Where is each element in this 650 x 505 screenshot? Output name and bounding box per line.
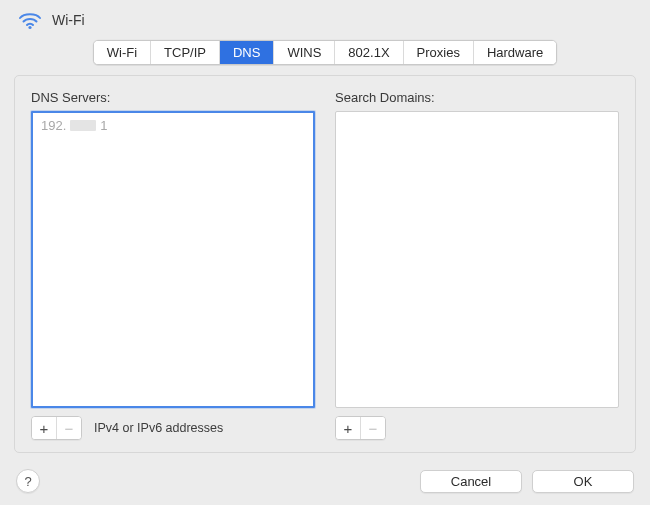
tab-hardware[interactable]: Hardware <box>474 41 556 64</box>
domains-add-remove-group: + − <box>335 416 386 440</box>
svg-point-0 <box>28 26 31 29</box>
dns-servers-column: DNS Servers: 192. 1 + − IPv4 or IPv6 <box>31 90 315 440</box>
cancel-button[interactable]: Cancel <box>420 470 522 493</box>
remove-dns-button[interactable]: − <box>57 417 81 439</box>
dns-servers-controls: + − IPv4 or IPv6 addresses <box>31 416 315 440</box>
remove-domain-button[interactable]: − <box>361 417 385 439</box>
plus-icon: + <box>40 421 49 436</box>
wifi-icon <box>18 10 42 30</box>
dns-hint: IPv4 or IPv6 addresses <box>94 421 223 435</box>
dns-panel: DNS Servers: 192. 1 + − IPv4 or IPv6 <box>14 75 636 453</box>
list-item[interactable]: 192. 1 <box>33 113 313 138</box>
network-dns-window: Wi-Fi Wi-Fi TCP/IP DNS WINS 802.1X Proxi… <box>0 0 650 505</box>
add-domain-button[interactable]: + <box>336 417 361 439</box>
dns-entry-suffix: 1 <box>100 118 107 133</box>
search-domains-label: Search Domains: <box>335 90 619 105</box>
header-title: Wi-Fi <box>52 12 85 28</box>
dns-servers-label: DNS Servers: <box>31 90 315 105</box>
help-icon: ? <box>24 474 31 489</box>
search-domains-controls: + − <box>335 416 619 440</box>
search-domains-column: Search Domains: + − <box>335 90 619 440</box>
help-button[interactable]: ? <box>16 469 40 493</box>
minus-icon: − <box>369 421 378 436</box>
footer: ? Cancel OK <box>0 469 650 493</box>
tab-wins[interactable]: WINS <box>274 41 335 64</box>
tab-wifi[interactable]: Wi-Fi <box>94 41 151 64</box>
tab-8021x[interactable]: 802.1X <box>335 41 403 64</box>
dns-servers-list[interactable]: 192. 1 <box>31 111 315 408</box>
ok-button[interactable]: OK <box>532 470 634 493</box>
plus-icon: + <box>344 421 353 436</box>
minus-icon: − <box>65 421 74 436</box>
tab-dns[interactable]: DNS <box>220 41 274 64</box>
add-dns-button[interactable]: + <box>32 417 57 439</box>
dns-add-remove-group: + − <box>31 416 82 440</box>
tab-proxies[interactable]: Proxies <box>404 41 474 64</box>
search-domains-list[interactable] <box>335 111 619 408</box>
tab-tcpip[interactable]: TCP/IP <box>151 41 220 64</box>
header: Wi-Fi <box>0 0 650 36</box>
redacted-segment <box>70 120 96 131</box>
dns-entry-prefix: 192. <box>41 118 66 133</box>
segmented-control: Wi-Fi TCP/IP DNS WINS 802.1X Proxies Har… <box>93 40 558 65</box>
tab-bar: Wi-Fi TCP/IP DNS WINS 802.1X Proxies Har… <box>0 40 650 65</box>
